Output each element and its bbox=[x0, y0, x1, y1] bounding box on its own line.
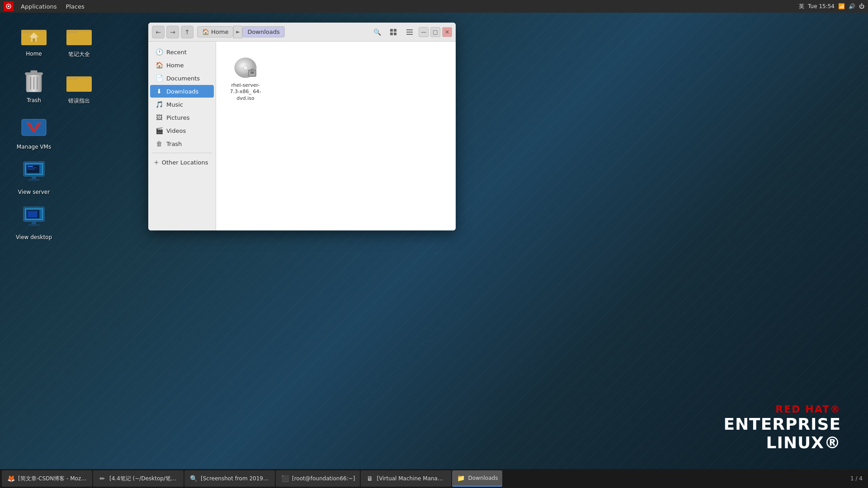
svg-rect-44 bbox=[406, 29, 413, 30]
taskbar-downloads-label: Downloads bbox=[468, 475, 498, 481]
volume-icon[interactable]: 🔊 bbox=[849, 3, 855, 9]
svg-rect-19 bbox=[66, 78, 92, 92]
desktop-icon-cuowu[interactable]: 错误指出 bbox=[59, 65, 99, 107]
breadcrumb-separator: ► bbox=[233, 26, 242, 38]
search-button[interactable]: 🔍 bbox=[370, 26, 384, 38]
sidebar-item-other-locations[interactable]: + Other Locations bbox=[148, 156, 216, 169]
taskbar-screenshot-label: [Screenshot from 2019-04-04 11-... bbox=[201, 475, 270, 482]
documents-icon: 📄 bbox=[156, 75, 163, 82]
pictures-icon: 🖼 bbox=[156, 114, 163, 121]
videos-icon: 🎬 bbox=[156, 127, 163, 134]
svg-rect-7 bbox=[33, 38, 35, 42]
taskbar-terminal[interactable]: ⬛ [root@foundation66:~] bbox=[276, 470, 360, 487]
desktop-icon-home-label: Home bbox=[26, 51, 42, 57]
home-crumb-icon: 🏠 bbox=[202, 28, 209, 35]
svg-rect-21 bbox=[22, 119, 46, 136]
svg-rect-31 bbox=[32, 176, 36, 179]
trash-sidebar-icon: 🗑 bbox=[156, 140, 163, 147]
svg-rect-37 bbox=[28, 211, 38, 217]
breadcrumb-downloads[interactable]: Downloads bbox=[242, 26, 284, 38]
breadcrumb: 🏠 Home ► Downloads bbox=[197, 26, 285, 38]
menubar: Applications Places 英 Tue 15:54 📶 🔊 ⏻ bbox=[0, 0, 868, 13]
view-server-icon bbox=[19, 158, 48, 187]
sidebar-item-downloads[interactable]: ⬇ Downloads bbox=[150, 85, 214, 98]
svg-rect-9 bbox=[66, 32, 92, 45]
notebook-folder-icon bbox=[65, 20, 94, 49]
trash-desktop-icon bbox=[19, 66, 48, 95]
desktop-icon-notebook-label: 笔记大全 bbox=[68, 51, 90, 58]
sidebar-item-documents[interactable]: 📄 Documents bbox=[150, 72, 214, 84]
maximize-button[interactable]: □ bbox=[430, 27, 440, 37]
menubar-places[interactable]: Places bbox=[62, 2, 88, 11]
file-manager-sidebar: 🕐 Recent 🏠 Home 📄 Documents ⬇ Downloads … bbox=[148, 42, 216, 230]
sidebar-item-music[interactable]: 🎵 Music bbox=[150, 98, 214, 111]
file-manager-window: ← → ↑ 🏠 Home ► Downloads 🔍 bbox=[148, 23, 456, 230]
svg-rect-55 bbox=[252, 72, 253, 74]
system-tray-user[interactable]: 英 bbox=[799, 3, 804, 10]
close-button[interactable]: ✕ bbox=[442, 27, 452, 37]
sidebar-videos-label: Videos bbox=[166, 127, 186, 134]
desktop-icon-notebook[interactable]: 笔记大全 bbox=[59, 18, 99, 60]
taskbar-screenshot[interactable]: 🔍 [Screenshot from 2019-04-04 11-... bbox=[184, 470, 275, 487]
sidebar-item-recent[interactable]: 🕐 Recent bbox=[150, 46, 214, 58]
desktop: Applications Places 英 Tue 15:54 📶 🔊 ⏻ bbox=[0, 0, 868, 488]
svg-rect-4 bbox=[21, 30, 32, 33]
forward-button[interactable]: → bbox=[166, 26, 179, 38]
desktop-icon-trash[interactable]: Trash bbox=[14, 65, 54, 107]
cuowu-folder-icon bbox=[65, 66, 94, 95]
back-button[interactable]: ← bbox=[152, 26, 165, 38]
screenshot-taskbar-icon: 🔍 bbox=[189, 474, 198, 483]
redhat-enterprise: ENTERPRISE bbox=[723, 415, 841, 433]
file-item-rhel-iso[interactable]: rhel-server-7.3-x86_ 64-dvd.iso bbox=[225, 51, 266, 105]
svg-rect-29 bbox=[28, 168, 37, 168]
sidebar-item-videos[interactable]: 🎬 Videos bbox=[150, 124, 214, 137]
icon-view-button[interactable] bbox=[386, 26, 401, 38]
svg-rect-43 bbox=[394, 33, 396, 35]
breadcrumb-home[interactable]: 🏠 Home bbox=[197, 26, 233, 38]
desktop-icon-view-server[interactable]: View server bbox=[14, 156, 54, 197]
svg-rect-45 bbox=[406, 32, 413, 33]
taskbar-downloads[interactable]: 📁 Downloads bbox=[452, 470, 503, 487]
redhat-linux: LINUX® bbox=[723, 433, 841, 452]
file-manager-body: 🕐 Recent 🏠 Home 📄 Documents ⬇ Downloads … bbox=[148, 42, 456, 230]
sidebar-recent-label: Recent bbox=[166, 49, 187, 56]
toolbar-right: 🔍 — □ bbox=[370, 26, 452, 38]
sidebar-item-pictures[interactable]: 🖼 Pictures bbox=[150, 111, 214, 124]
sidebar-documents-label: Documents bbox=[166, 75, 200, 82]
iso-file-name: rhel-server-7.3-x86_ 64-dvd.iso bbox=[227, 82, 264, 102]
svg-rect-38 bbox=[32, 221, 36, 224]
desktop-icon-view-desktop-label: View desktop bbox=[16, 234, 52, 240]
desktop-icon-view-server-label: View server bbox=[18, 189, 50, 195]
vm-manager-taskbar-icon: 🖥 bbox=[365, 474, 374, 483]
svg-rect-42 bbox=[390, 33, 393, 35]
sidebar-home-label: Home bbox=[166, 62, 184, 69]
desktop-icon-cuowu-label: 错误指出 bbox=[68, 97, 90, 105]
sidebar-item-trash[interactable]: 🗑 Trash bbox=[150, 137, 214, 150]
firefox-taskbar-icon: 🦊 bbox=[6, 474, 15, 483]
desktop-icon-view-desktop[interactable]: View desktop bbox=[14, 202, 54, 242]
svg-rect-10 bbox=[66, 30, 77, 33]
svg-rect-17 bbox=[31, 70, 38, 73]
desktop-icon-area: Home 笔记大全 bbox=[14, 18, 99, 242]
taskbar-vm-manager[interactable]: 🖥 [Virtual Machine Manager] bbox=[361, 470, 451, 487]
power-icon[interactable]: ⏻ bbox=[859, 3, 864, 9]
minimize-button[interactable]: — bbox=[419, 27, 429, 37]
up-button[interactable]: ↑ bbox=[181, 26, 193, 38]
redhat-branding: RED HAT® ENTERPRISE LINUX® bbox=[723, 404, 841, 452]
sidebar-item-home[interactable]: 🏠 Home bbox=[150, 59, 214, 71]
list-view-button[interactable] bbox=[402, 26, 417, 38]
menubar-applications[interactable]: Applications bbox=[17, 2, 60, 11]
music-icon: 🎵 bbox=[156, 101, 163, 108]
editor-taskbar-icon: ✏ bbox=[98, 474, 107, 483]
desktop-icon-manage-vms[interactable]: Manage VMs bbox=[14, 111, 54, 152]
terminal-taskbar-icon: ⬛ bbox=[280, 474, 289, 483]
svg-rect-41 bbox=[394, 29, 396, 32]
wifi-icon[interactable]: 📶 bbox=[838, 3, 845, 9]
desktop-icon-home[interactable]: Home bbox=[14, 18, 54, 60]
other-locations-plus-icon: + bbox=[154, 159, 159, 166]
taskbar-editor[interactable]: ✏ [4.4笔记 (~/Desktop/笔记大全/4.4) bbox=[93, 470, 184, 487]
iso-file-icon bbox=[233, 54, 258, 80]
desktop-icon-trash-label: Trash bbox=[27, 97, 41, 103]
taskbar-firefox[interactable]: 🦊 [简文章-CSDN博客 - Mozilla Firefox bbox=[2, 470, 92, 487]
sidebar-music-label: Music bbox=[166, 101, 183, 108]
